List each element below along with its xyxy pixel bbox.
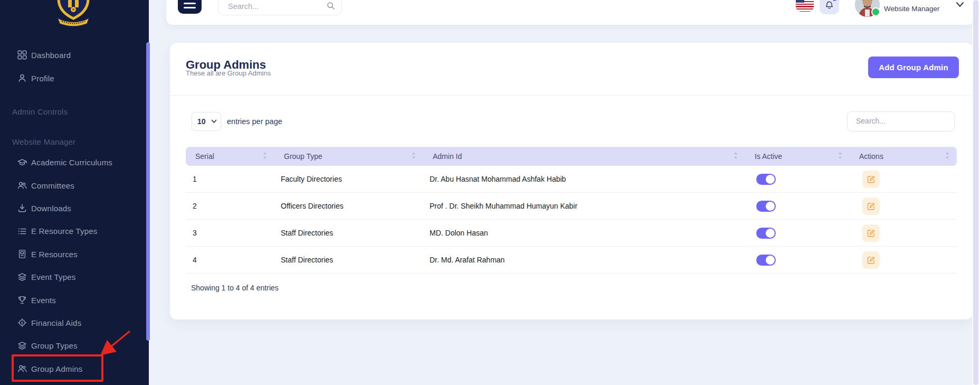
user-icon: [17, 73, 27, 83]
group-admins-card: Group Admins These all are Group Admins …: [170, 43, 973, 320]
sidebar-section-admin-controls: Admin Controls: [12, 107, 68, 116]
sidebar-item-dashboard[interactable]: Dashboard: [0, 49, 149, 61]
sort-icon: [945, 152, 949, 161]
column-header-admin-id[interactable]: Admin Id: [423, 147, 745, 166]
layers-icon: [17, 273, 27, 282]
sidebar-item-label: E Resources: [31, 250, 78, 259]
users-icon: [17, 364, 27, 373]
table-row: 2Officers DirectoriesProf . Dr. Sheikh M…: [186, 193, 957, 220]
dashboard-icon: [17, 50, 27, 60]
page-scrollbar-track: [972, 0, 980, 385]
cell-actions: [850, 251, 957, 269]
edit-icon: [867, 229, 876, 238]
sidebar-item-events[interactable]: Events: [0, 288, 149, 311]
trophy-icon: [17, 295, 27, 305]
entries-per-page-value: 10: [197, 117, 206, 126]
cell-is-active: [745, 255, 850, 266]
column-header-actions[interactable]: Actions: [850, 147, 957, 166]
sidebar-item-financial-aids[interactable]: $Financial Aids: [0, 312, 149, 334]
sidebar-item-group-admins[interactable]: Group Admins: [0, 358, 149, 380]
sidebar-item-label: Committees: [31, 181, 74, 190]
table-header-row: SerialGroup TypeAdmin IdIs ActiveActions: [186, 147, 957, 166]
cell-serial: 3: [186, 229, 274, 237]
column-header-group-type[interactable]: Group Type: [274, 147, 423, 166]
page-scrollbar-thumb[interactable]: [973, 0, 978, 385]
cell-is-active: [745, 201, 850, 212]
layers-icon: [17, 341, 27, 351]
add-group-admin-button[interactable]: Add Group Admin: [868, 57, 959, 78]
hamburger-menu-button[interactable]: [178, 0, 202, 14]
entries-per-page-select[interactable]: 10: [192, 112, 221, 131]
financial-target-icon: $: [17, 318, 27, 327]
table-search-field: [847, 111, 955, 132]
column-label: Actions: [859, 152, 883, 161]
sidebar-item-academic-curriculums[interactable]: Academic Curriculums: [0, 151, 149, 174]
cell-serial: 1: [186, 175, 274, 183]
sidebar-item-profile[interactable]: Profile: [0, 72, 149, 84]
cell-actions: [850, 171, 957, 188]
table-search-input[interactable]: [855, 116, 947, 126]
cell-group-type: Staff Directories: [274, 229, 423, 237]
user-role-label: Website Manager: [884, 5, 940, 13]
cell-admin-id: Prof . Dr. Sheikh Muhammad Humayun Kabir: [423, 202, 745, 210]
column-header-is-active[interactable]: Is Active: [745, 147, 850, 166]
toggle-knob: [766, 202, 775, 211]
sort-icon: [734, 152, 738, 161]
users-icon: [17, 181, 27, 190]
sidebar: DashboardProfile Admin Controls Website …: [0, 0, 149, 385]
sidebar-item-label: E Resource Types: [31, 227, 98, 236]
edit-button[interactable]: [862, 251, 880, 269]
sidebar-item-label: Event Types: [31, 273, 75, 281]
sidebar-item-label: Academic Curriculums: [31, 158, 112, 167]
sidebar-nav-top: DashboardProfile: [0, 49, 149, 84]
sidebar-item-e-resource-types[interactable]: E Resource Types: [0, 220, 149, 242]
topbar: Website Manager: [166, 0, 974, 25]
sidebar-item-committees[interactable]: Committees: [0, 174, 149, 196]
cell-admin-id: Dr. Md. Arafat Rahman: [423, 256, 745, 264]
cell-group-type: Faculty Directories: [274, 175, 423, 183]
sidebar-item-label: Events: [31, 296, 56, 305]
toggle-knob: [766, 229, 775, 238]
cell-group-type: Officers Directories: [274, 202, 423, 210]
download-icon: [17, 203, 27, 213]
is-active-toggle[interactable]: [756, 201, 776, 212]
table-row: 4Staff DirectoriesDr. Md. Arafat Rahman: [186, 247, 957, 274]
sort-icon: [263, 152, 267, 161]
sidebar-item-e-resources[interactable]: E Resources: [0, 243, 149, 266]
global-search-input[interactable]: [227, 2, 324, 11]
search-icon: [327, 2, 335, 10]
is-active-toggle[interactable]: [756, 174, 776, 185]
sidebar-item-label: Profile: [31, 74, 54, 83]
chevron-down-icon[interactable]: [956, 2, 964, 8]
edit-button[interactable]: [862, 171, 880, 188]
journal-icon: [17, 249, 27, 259]
edit-button[interactable]: [862, 224, 880, 242]
online-status-dot: [871, 7, 880, 16]
cell-admin-id: MD. Dolon Hasan: [423, 229, 745, 237]
edit-icon: [867, 175, 876, 184]
us-flag-icon[interactable]: [796, 0, 814, 12]
svg-text:$: $: [21, 321, 24, 325]
cell-actions: [850, 198, 957, 215]
page-subtitle: These all are Group Admins: [186, 69, 271, 77]
column-header-serial[interactable]: Serial: [186, 147, 274, 166]
is-active-toggle[interactable]: [756, 255, 776, 266]
table-footer-summary: Showing 1 to 4 of 4 entries: [191, 284, 279, 292]
column-label: Is Active: [755, 152, 782, 161]
sidebar-item-group-types[interactable]: Group Types: [0, 334, 149, 357]
notifications-button[interactable]: [820, 0, 839, 14]
sidebar-scrollbar-thumb[interactable]: [146, 42, 150, 341]
sidebar-section-website-manager: Website Manager: [12, 137, 75, 146]
column-label: Admin Id: [433, 152, 462, 161]
sidebar-item-downloads[interactable]: Downloads: [0, 197, 149, 220]
cell-is-active: [745, 174, 850, 185]
cell-serial: 4: [186, 256, 274, 264]
sidebar-item-label: Group Admins: [31, 364, 82, 373]
edit-button[interactable]: [862, 198, 880, 215]
sidebar-item-event-types[interactable]: Event Types: [0, 266, 149, 288]
sidebar-item-label: Financial Aids: [31, 318, 81, 327]
is-active-toggle[interactable]: [756, 228, 776, 239]
column-label: Group Type: [284, 152, 322, 161]
sort-icon: [838, 152, 842, 161]
cell-serial: 2: [186, 202, 274, 210]
